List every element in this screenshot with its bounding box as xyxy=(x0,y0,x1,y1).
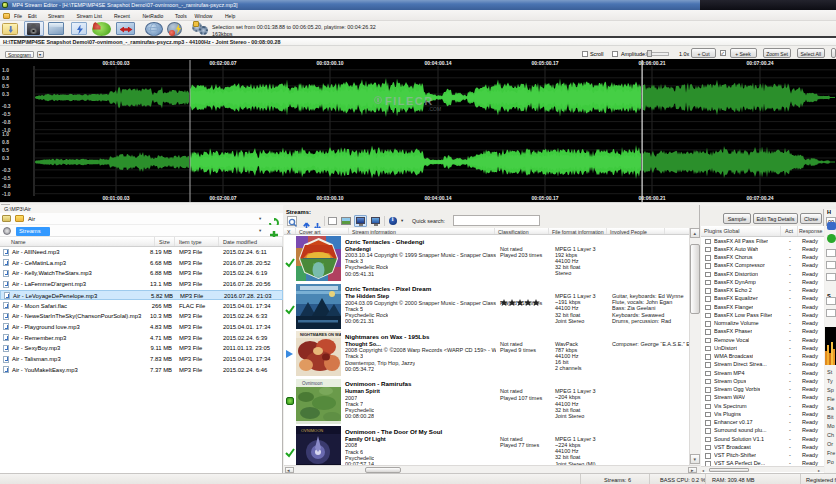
svg-text:OVNIMOON: OVNIMOON xyxy=(301,428,323,433)
svg-text:NIGHTMARES ON WAX: NIGHTMARES ON WAX xyxy=(300,332,341,337)
svg-text:Ovnimoon: Ovnimoon xyxy=(302,381,323,386)
